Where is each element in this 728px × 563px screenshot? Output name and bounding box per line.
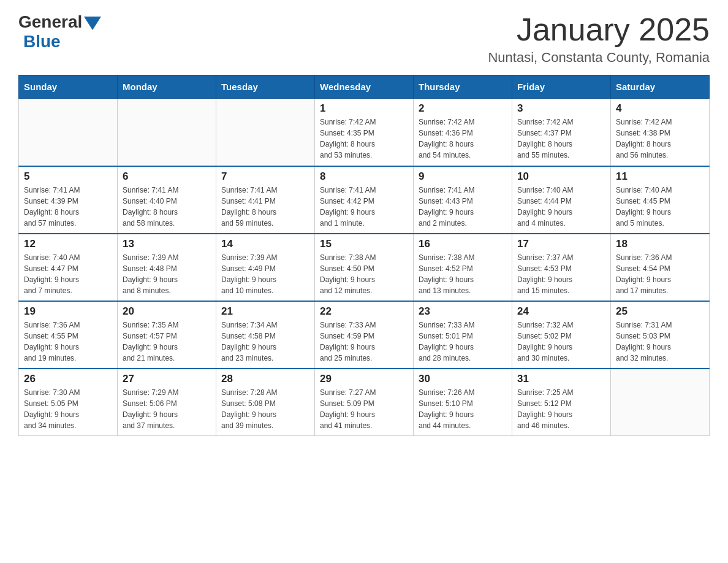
day-number: 6: [123, 170, 211, 183]
calendar-cell: 18Sunrise: 7:36 AM Sunset: 4:54 PM Dayli…: [611, 234, 710, 301]
day-number: 31: [517, 373, 605, 385]
day-number: 26: [24, 373, 112, 385]
calendar-cell: 12Sunrise: 7:40 AM Sunset: 4:47 PM Dayli…: [19, 234, 118, 301]
day-number: 29: [320, 373, 408, 385]
day-info: Sunrise: 7:39 AM Sunset: 4:49 PM Dayligh…: [221, 252, 309, 296]
day-number: 8: [320, 170, 408, 183]
calendar-week-row: 5Sunrise: 7:41 AM Sunset: 4:39 PM Daylig…: [19, 166, 710, 234]
day-number: 9: [419, 170, 507, 183]
day-number: 14: [221, 238, 309, 250]
day-number: 16: [419, 238, 507, 250]
calendar-week-row: 19Sunrise: 7:36 AM Sunset: 4:55 PM Dayli…: [19, 301, 710, 369]
day-info: Sunrise: 7:41 AM Sunset: 4:40 PM Dayligh…: [123, 185, 211, 229]
calendar-cell: 25Sunrise: 7:31 AM Sunset: 5:03 PM Dayli…: [611, 301, 710, 369]
day-info: Sunrise: 7:42 AM Sunset: 4:36 PM Dayligh…: [419, 117, 507, 161]
day-info: Sunrise: 7:37 AM Sunset: 4:53 PM Dayligh…: [517, 252, 605, 296]
day-info: Sunrise: 7:42 AM Sunset: 4:35 PM Dayligh…: [320, 117, 408, 161]
page-header: General Blue January 2025 Nuntasi, Const…: [18, 12, 710, 66]
calendar-week-row: 26Sunrise: 7:30 AM Sunset: 5:05 PM Dayli…: [19, 369, 710, 436]
weekday-header-friday: Friday: [512, 75, 611, 99]
day-info: Sunrise: 7:26 AM Sunset: 5:10 PM Dayligh…: [419, 387, 507, 431]
day-info: Sunrise: 7:29 AM Sunset: 5:06 PM Dayligh…: [123, 387, 211, 431]
day-number: 19: [24, 305, 112, 318]
calendar-cell: 24Sunrise: 7:32 AM Sunset: 5:02 PM Dayli…: [512, 301, 611, 369]
day-info: Sunrise: 7:36 AM Sunset: 4:54 PM Dayligh…: [616, 252, 704, 296]
calendar-cell: 3Sunrise: 7:42 AM Sunset: 4:37 PM Daylig…: [512, 99, 611, 166]
day-info: Sunrise: 7:40 AM Sunset: 4:44 PM Dayligh…: [517, 185, 605, 229]
day-info: Sunrise: 7:38 AM Sunset: 4:52 PM Dayligh…: [419, 252, 507, 296]
calendar-cell: [611, 369, 710, 436]
calendar-cell: 23Sunrise: 7:33 AM Sunset: 5:01 PM Dayli…: [414, 301, 512, 369]
day-number: 21: [221, 305, 309, 318]
calendar-table: SundayMondayTuesdayWednesdayThursdayFrid…: [18, 75, 710, 436]
month-title: January 2025: [488, 12, 710, 47]
calendar-cell: 21Sunrise: 7:34 AM Sunset: 4:58 PM Dayli…: [216, 301, 315, 369]
day-info: Sunrise: 7:41 AM Sunset: 4:39 PM Dayligh…: [24, 185, 112, 229]
logo-blue-text: Blue: [23, 32, 61, 51]
day-info: Sunrise: 7:42 AM Sunset: 4:38 PM Dayligh…: [616, 117, 704, 161]
day-number: 20: [123, 305, 211, 318]
weekday-header-thursday: Thursday: [414, 75, 512, 99]
calendar-cell: 13Sunrise: 7:39 AM Sunset: 4:48 PM Dayli…: [118, 234, 216, 301]
title-section: January 2025 Nuntasi, Constanta County, …: [488, 12, 710, 66]
calendar-cell: 19Sunrise: 7:36 AM Sunset: 4:55 PM Dayli…: [19, 301, 118, 369]
weekday-header-wednesday: Wednesday: [315, 75, 414, 99]
calendar-cell: 9Sunrise: 7:41 AM Sunset: 4:43 PM Daylig…: [414, 166, 512, 234]
day-info: Sunrise: 7:34 AM Sunset: 4:58 PM Dayligh…: [221, 320, 309, 364]
calendar-cell: [118, 99, 216, 166]
day-number: 17: [517, 238, 605, 250]
day-info: Sunrise: 7:31 AM Sunset: 5:03 PM Dayligh…: [616, 320, 704, 364]
day-number: 15: [320, 238, 408, 250]
calendar-cell: 26Sunrise: 7:30 AM Sunset: 5:05 PM Dayli…: [19, 369, 118, 436]
weekday-header-row: SundayMondayTuesdayWednesdayThursdayFrid…: [19, 75, 710, 99]
day-info: Sunrise: 7:36 AM Sunset: 4:55 PM Dayligh…: [24, 320, 112, 364]
day-info: Sunrise: 7:41 AM Sunset: 4:43 PM Dayligh…: [419, 185, 507, 229]
day-info: Sunrise: 7:35 AM Sunset: 4:57 PM Dayligh…: [123, 320, 211, 364]
logo-general-text: General: [18, 12, 82, 32]
day-number: 24: [517, 305, 605, 318]
calendar-cell: 8Sunrise: 7:41 AM Sunset: 4:42 PM Daylig…: [315, 166, 414, 234]
logo-blue-part: [82, 14, 101, 30]
calendar-week-row: 12Sunrise: 7:40 AM Sunset: 4:47 PM Dayli…: [19, 234, 710, 301]
day-info: Sunrise: 7:40 AM Sunset: 4:45 PM Dayligh…: [616, 185, 704, 229]
day-info: Sunrise: 7:41 AM Sunset: 4:41 PM Dayligh…: [221, 185, 309, 229]
day-number: 11: [616, 170, 704, 183]
day-info: Sunrise: 7:30 AM Sunset: 5:05 PM Dayligh…: [24, 387, 112, 431]
day-info: Sunrise: 7:40 AM Sunset: 4:47 PM Dayligh…: [24, 252, 112, 296]
day-number: 22: [320, 305, 408, 318]
calendar-cell: 29Sunrise: 7:27 AM Sunset: 5:09 PM Dayli…: [315, 369, 414, 436]
day-info: Sunrise: 7:32 AM Sunset: 5:02 PM Dayligh…: [517, 320, 605, 364]
day-number: 7: [221, 170, 309, 183]
calendar-cell: 30Sunrise: 7:26 AM Sunset: 5:10 PM Dayli…: [414, 369, 512, 436]
day-info: Sunrise: 7:42 AM Sunset: 4:37 PM Dayligh…: [517, 117, 605, 161]
day-number: 4: [616, 102, 704, 115]
calendar-week-row: 1Sunrise: 7:42 AM Sunset: 4:35 PM Daylig…: [19, 99, 710, 166]
calendar-cell: 28Sunrise: 7:28 AM Sunset: 5:08 PM Dayli…: [216, 369, 315, 436]
calendar-cell: 16Sunrise: 7:38 AM Sunset: 4:52 PM Dayli…: [414, 234, 512, 301]
calendar-cell: 22Sunrise: 7:33 AM Sunset: 4:59 PM Dayli…: [315, 301, 414, 369]
location-title: Nuntasi, Constanta County, Romania: [488, 50, 710, 66]
calendar-cell: 14Sunrise: 7:39 AM Sunset: 4:49 PM Dayli…: [216, 234, 315, 301]
calendar-cell: 20Sunrise: 7:35 AM Sunset: 4:57 PM Dayli…: [118, 301, 216, 369]
day-info: Sunrise: 7:33 AM Sunset: 5:01 PM Dayligh…: [419, 320, 507, 364]
day-info: Sunrise: 7:39 AM Sunset: 4:48 PM Dayligh…: [123, 252, 211, 296]
day-number: 30: [419, 373, 507, 385]
calendar-cell: 31Sunrise: 7:25 AM Sunset: 5:12 PM Dayli…: [512, 369, 611, 436]
calendar-cell: 15Sunrise: 7:38 AM Sunset: 4:50 PM Dayli…: [315, 234, 414, 301]
day-number: 28: [221, 373, 309, 385]
day-number: 5: [24, 170, 112, 183]
weekday-header-tuesday: Tuesday: [216, 75, 315, 99]
day-info: Sunrise: 7:27 AM Sunset: 5:09 PM Dayligh…: [320, 387, 408, 431]
calendar-cell: 2Sunrise: 7:42 AM Sunset: 4:36 PM Daylig…: [414, 99, 512, 166]
calendar-cell: 10Sunrise: 7:40 AM Sunset: 4:44 PM Dayli…: [512, 166, 611, 234]
calendar-cell: 11Sunrise: 7:40 AM Sunset: 4:45 PM Dayli…: [611, 166, 710, 234]
day-info: Sunrise: 7:33 AM Sunset: 4:59 PM Dayligh…: [320, 320, 408, 364]
weekday-header-monday: Monday: [118, 75, 216, 99]
day-number: 1: [320, 102, 408, 115]
calendar-cell: 7Sunrise: 7:41 AM Sunset: 4:41 PM Daylig…: [216, 166, 315, 234]
calendar-cell: 4Sunrise: 7:42 AM Sunset: 4:38 PM Daylig…: [611, 99, 710, 166]
day-info: Sunrise: 7:38 AM Sunset: 4:50 PM Dayligh…: [320, 252, 408, 296]
calendar-cell: 27Sunrise: 7:29 AM Sunset: 5:06 PM Dayli…: [118, 369, 216, 436]
day-number: 12: [24, 238, 112, 250]
weekday-header-saturday: Saturday: [611, 75, 710, 99]
